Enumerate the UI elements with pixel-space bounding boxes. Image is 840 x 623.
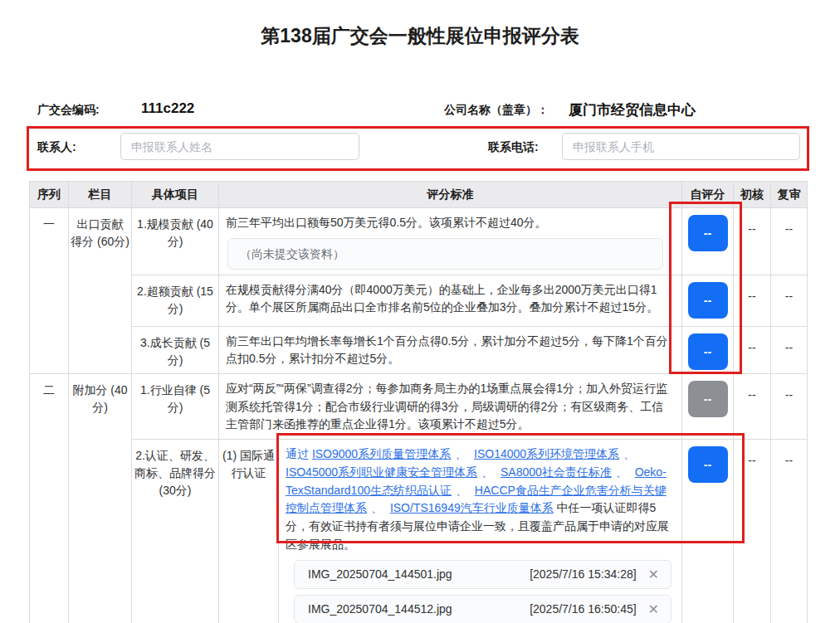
self-score-cell: --	[682, 374, 734, 440]
cert-link-sa8000[interactable]: SA8000社会责任标准	[501, 465, 612, 479]
second-review-value: --	[771, 275, 808, 326]
attachment-item: IMG_20250704_144512.jpg [2025/7/16 16:50…	[294, 595, 672, 623]
link-separator: 、	[451, 447, 471, 460]
sub-item-cell: (1) 国际通行认证	[219, 440, 279, 623]
item-cell: 1.行业自律 (5分)	[132, 374, 219, 440]
col-header-second-review: 复审	[771, 182, 808, 208]
table-row: 2.认证、研发、商标、品牌得分 (30分) (1) 国际通行认证 通过 ISO9…	[30, 440, 808, 623]
cert-link-iso45000[interactable]: ISO45000系列职业健康安全管理体系	[286, 465, 477, 479]
criteria-cell: 应对“两反”“两保”调查得2分；每参加商务局主办的1场重点展会得1分；加入外贸运…	[219, 374, 682, 440]
link-separator: 、	[452, 484, 471, 497]
second-review-value: --	[771, 326, 808, 373]
cert-link-iso9000[interactable]: ISO9000系列质量管理体系	[312, 447, 451, 460]
first-review-value: --	[734, 275, 771, 326]
contact-name-input[interactable]	[120, 133, 359, 160]
col-header-seq: 序列	[30, 182, 69, 208]
table-header-row: 序列 栏目 具体项目 评分标准 自评分 初核 复审	[30, 182, 808, 208]
self-score-button[interactable]: --	[688, 446, 728, 483]
self-score-button-disabled[interactable]: --	[688, 381, 728, 417]
seq-cell: 一	[30, 208, 69, 374]
seq-cell: 二	[30, 374, 69, 623]
self-score-button[interactable]: --	[688, 215, 728, 251]
table-row: 2.超额贡献 (15分) 在规模贡献得分满40分（即4000万美元）的基础上，企…	[30, 275, 808, 326]
not-submitted-notice: （尚未提交该资料）	[227, 238, 663, 270]
remove-attachment-icon[interactable]: ✕	[648, 603, 659, 616]
remove-attachment-icon[interactable]: ✕	[648, 568, 659, 582]
company-name-value: 厦门市经贸信息中心	[569, 100, 696, 119]
category-cell: 附加分 (40分)	[69, 374, 132, 623]
self-score-cell: --	[682, 275, 734, 326]
criteria-cell: 前三年出口年均增长率每增长1个百分点得0.5分，累计加分不超过5分，每下降1个百…	[219, 326, 682, 373]
first-review-value: --	[734, 374, 771, 440]
scoring-form-page: 第138届广交会一般性展位申报评分表 广交会编码: 111c222 公司名称（盖…	[0, 0, 840, 623]
first-review-value: --	[734, 440, 771, 623]
self-score-cell: --	[682, 208, 734, 275]
item-cell: 1.规模贡献 (40分)	[132, 208, 219, 275]
page-title: 第138届广交会一般性展位申报评分表	[0, 23, 840, 49]
item-cell: 3.成长贡献 (5分)	[132, 326, 219, 373]
self-score-cell: --	[682, 440, 734, 623]
col-header-criteria: 评分标准	[219, 182, 682, 208]
scoring-table: 序列 栏目 具体项目 评分标准 自评分 初核 复审 一 出口贡献 得分 (60分…	[29, 181, 808, 623]
attachment-timestamp: [2025/7/16 16:50:45]	[530, 601, 636, 619]
table-row: 3.成长贡献 (5分) 前三年出口年均增长率每增长1个百分点得0.5分，累计加分…	[30, 326, 808, 373]
item-cell: 2.认证、研发、商标、品牌得分 (30分)	[132, 440, 219, 623]
criteria-text: 前三年平均出口额每50万美元得0.5分。该项累计不超过40分。	[226, 214, 672, 232]
contact-phone-input[interactable]	[562, 133, 800, 160]
col-header-first-review: 初核	[734, 182, 771, 208]
col-header-category: 栏目	[69, 182, 132, 208]
criteria-cell: 前三年平均出口额每50万美元得0.5分。该项累计不超过40分。 （尚未提交该资料…	[219, 208, 682, 275]
table-row: 二 附加分 (40分) 1.行业自律 (5分) 应对“两反”“两保”调查得2分；…	[30, 374, 808, 440]
cert-link-iso-ts16949[interactable]: ISO/TS16949汽车行业质量体系	[390, 501, 554, 514]
category-cell: 出口贡献 得分 (60分)	[69, 208, 132, 374]
self-score-button[interactable]: --	[688, 282, 728, 319]
second-review-value: --	[771, 440, 808, 623]
second-review-value: --	[771, 208, 808, 275]
criteria-cell: 在规模贡献得分满40分（即4000万美元）的基础上，企业每多出2000万美元出口…	[219, 275, 682, 326]
self-score-button[interactable]: --	[688, 333, 728, 370]
first-review-value: --	[734, 326, 771, 373]
company-name-label: 公司名称（盖章）：	[444, 103, 549, 118]
contact-phone-label: 联系电话:	[488, 140, 539, 155]
certification-criteria-text: 通过 ISO9000系列质量管理体系、 ISO14000系列环境管理体系、 IS…	[286, 445, 672, 553]
attachment-timestamp: [2025/7/16 15:34:28]	[530, 566, 636, 584]
link-separator: 、	[367, 501, 387, 514]
fair-code-label: 广交会编码:	[37, 103, 100, 118]
self-score-cell: --	[682, 326, 734, 373]
table-row: 一 出口贡献 得分 (60分) 1.规模贡献 (40分) 前三年平均出口额每50…	[30, 208, 808, 275]
item-cell: 2.超额贡献 (15分)	[132, 275, 219, 326]
col-header-self-score: 自评分	[682, 182, 734, 208]
fair-code-value: 111c222	[141, 100, 194, 117]
link-separator: 、	[612, 465, 632, 479]
criteria-cell: 通过 ISO9000系列质量管理体系、 ISO14000系列环境管理体系、 IS…	[279, 440, 682, 623]
criteria-prefix: 通过	[286, 447, 309, 460]
cert-link-iso14000[interactable]: ISO14000系列环境管理体系	[474, 447, 619, 460]
attachment-filename: IMG_20250704_144512.jpg	[308, 601, 452, 619]
second-review-value: --	[771, 374, 808, 440]
attachment-filename: IMG_20250704_144501.jpg	[308, 566, 452, 584]
link-separator: 、	[477, 465, 497, 479]
first-review-value: --	[734, 208, 771, 275]
link-separator: 、	[619, 447, 639, 460]
attachment-item: IMG_20250704_144501.jpg [2025/7/16 15:34…	[294, 560, 672, 589]
col-header-item: 具体项目	[132, 182, 219, 208]
contact-name-label: 联系人:	[37, 140, 76, 155]
